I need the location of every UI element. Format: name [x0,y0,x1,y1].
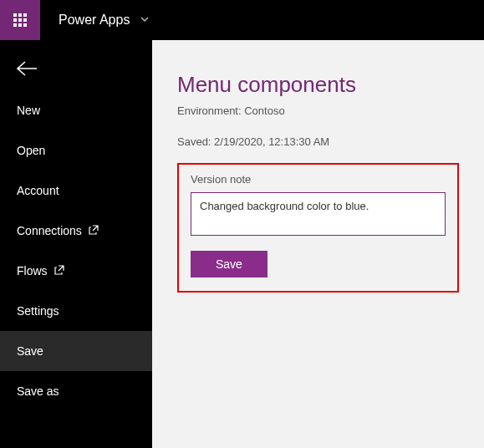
waffle-icon [13,13,27,27]
external-link-icon [89,224,99,237]
topbar-spacer [186,0,484,40]
sidebar-item-save-as[interactable]: Save as [0,371,152,411]
sidebar-item-open[interactable]: Open [0,130,152,171]
content-pane: Menu components Environment: Contoso Sav… [152,40,484,448]
page-title: Menu components [177,72,459,98]
sidebar-item-save[interactable]: Save [0,331,152,371]
sidebar-item-label: Account [17,184,59,197]
sidebar-item-label: Save as [17,384,59,398]
back-button[interactable] [0,47,152,90]
sidebar-item-label: Connections [17,224,82,237]
main-layout: New Open Account Connections Flows Setti… [0,40,484,448]
save-button[interactable]: Save [191,251,267,277]
sidebar-item-connections[interactable]: Connections [0,211,152,251]
sidebar-item-label: New [17,104,40,117]
app-launcher-button[interactable] [0,0,40,40]
top-bar: Power Apps [0,0,484,40]
sidebar-item-label: Settings [17,304,59,318]
sidebar-item-settings[interactable]: Settings [0,291,152,331]
sidebar-item-label: Open [17,144,45,157]
environment-label: Environment: Contoso [177,104,459,117]
sidebar-item-new[interactable]: New [0,90,152,130]
sidebar: New Open Account Connections Flows Setti… [0,40,152,448]
version-note-input[interactable] [191,192,446,236]
sidebar-item-label: Save [17,344,43,358]
external-link-icon [54,264,64,277]
brand-label: Power Apps [59,13,130,28]
version-note-label: Version note [191,173,446,186]
saved-timestamp: Saved: 2/19/2020, 12:13:30 AM [177,135,459,148]
sidebar-item-account[interactable]: Account [0,171,152,211]
sidebar-item-label: Flows [17,264,48,277]
version-note-section: Version note Save [177,163,459,293]
brand-dropdown[interactable]: Power Apps [40,0,186,40]
chevron-down-icon [140,13,150,28]
sidebar-item-flows[interactable]: Flows [0,251,152,291]
back-arrow-icon [15,60,38,77]
